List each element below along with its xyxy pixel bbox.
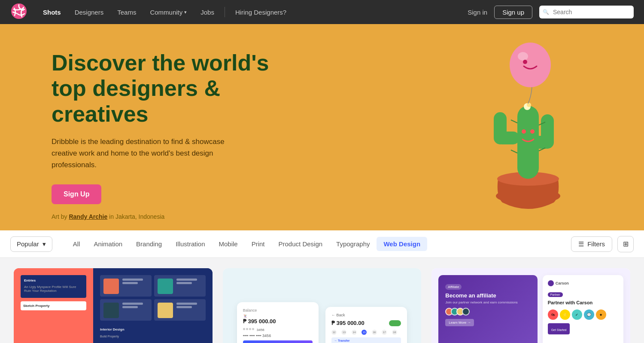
hero-signup-button[interactable]: Sign Up bbox=[52, 184, 101, 204]
shot-card[interactable]: Affiliate Become an affiliate Join our p… bbox=[431, 268, 630, 343]
dribbble-logo-icon bbox=[10, 3, 27, 20]
tab-print[interactable]: Print bbox=[245, 237, 272, 251]
nav-community[interactable]: Community bbox=[143, 6, 194, 18]
svg-point-9 bbox=[530, 129, 535, 134]
signup-button[interactable]: Sign up bbox=[494, 6, 532, 19]
svg-point-17 bbox=[518, 52, 528, 61]
svg-rect-5 bbox=[494, 112, 507, 144]
shot-card[interactable]: Balance 🃏 ₱ 395 000.00 3456 •••• •••• ••… bbox=[223, 268, 422, 343]
popular-label: Popular bbox=[17, 240, 39, 248]
svg-line-11 bbox=[511, 150, 517, 153]
tab-web-design[interactable]: Web Design bbox=[377, 237, 427, 251]
dribbble-logo[interactable] bbox=[10, 3, 27, 21]
nav-links: Shots Designers Teams Community Jobs Hir… bbox=[36, 6, 293, 18]
svg-line-10 bbox=[511, 120, 517, 123]
tab-all[interactable]: All bbox=[66, 237, 87, 251]
shot-card[interactable]: Entries An Ugly Myspace Profile Will Sur… bbox=[14, 268, 213, 343]
tab-mobile[interactable]: Mobile bbox=[212, 237, 245, 251]
hero-section: Discover the world's top designers & cre… bbox=[0, 24, 644, 230]
dropdown-chevron-icon: ▾ bbox=[43, 240, 46, 248]
filters-icon: ☰ bbox=[578, 240, 584, 248]
grid-toggle-button[interactable]: ⊞ bbox=[617, 236, 634, 252]
search-input[interactable] bbox=[539, 6, 634, 18]
svg-point-15 bbox=[527, 103, 531, 107]
filters-label: Filters bbox=[587, 240, 605, 248]
nav-designers[interactable]: Designers bbox=[68, 6, 111, 18]
tab-illustration[interactable]: Illustration bbox=[169, 237, 212, 251]
shots-grid: Entries An Ugly Myspace Profile Will Sur… bbox=[0, 258, 644, 343]
tab-branding[interactable]: Branding bbox=[129, 237, 169, 251]
svg-point-8 bbox=[522, 129, 526, 134]
tab-product-design[interactable]: Product Design bbox=[272, 237, 330, 251]
svg-point-16 bbox=[510, 43, 551, 87]
grid-icon: ⊞ bbox=[623, 240, 629, 248]
nav-shots[interactable]: Shots bbox=[36, 6, 68, 18]
svg-rect-7 bbox=[541, 114, 554, 149]
nav-divider bbox=[225, 7, 225, 17]
nav-right: Sign in Sign up bbox=[468, 6, 634, 19]
nav-jobs[interactable]: Jobs bbox=[194, 6, 221, 18]
popular-dropdown[interactable]: Popular ▾ bbox=[10, 236, 52, 252]
tab-typography[interactable]: Typography bbox=[329, 237, 377, 251]
hero-art-credit: Art by Randy Archie in Jakarta, Indonesi… bbox=[52, 213, 164, 220]
nav-hiring[interactable]: Hiring Designers? bbox=[228, 6, 293, 18]
filter-right: ☰ Filters ⊞ bbox=[571, 236, 634, 252]
category-tabs: All Animation Branding Illustration Mobi… bbox=[66, 237, 571, 251]
signin-link[interactable]: Sign in bbox=[468, 9, 487, 16]
tab-animation[interactable]: Animation bbox=[87, 237, 129, 251]
hero-content: Discover the world's top designers & cre… bbox=[52, 50, 301, 205]
search-wrapper bbox=[539, 6, 634, 18]
art-credit-link[interactable]: Randy Archie bbox=[69, 213, 107, 220]
hero-subtitle: Dribbble is the leading destination to f… bbox=[52, 136, 249, 171]
nav-teams[interactable]: Teams bbox=[110, 6, 143, 18]
filters-button[interactable]: ☰ Filters bbox=[571, 236, 612, 252]
filter-bar: Popular ▾ All Animation Branding Illustr… bbox=[0, 230, 644, 258]
hero-illustration bbox=[455, 37, 601, 222]
hero-title: Discover the world's top designers & cre… bbox=[52, 50, 301, 127]
main-nav: Shots Designers Teams Community Jobs Hir… bbox=[0, 0, 644, 24]
